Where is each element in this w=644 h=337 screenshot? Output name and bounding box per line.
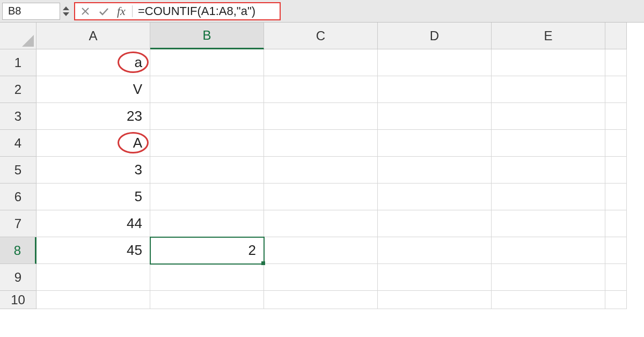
cell-E1[interactable]: [492, 49, 605, 76]
cell-C5[interactable]: [264, 157, 378, 184]
cell-B5[interactable]: [150, 157, 264, 184]
cell-A7-value: 44: [127, 215, 142, 232]
name-box-value: B8: [8, 5, 21, 17]
spreadsheet-grid[interactable]: A B C D E 1 a 2 V 3 23 4 A 5 3 6 5 7 44: [0, 23, 644, 318]
cell-F9[interactable]: [605, 264, 627, 291]
cell-F4[interactable]: [605, 130, 627, 157]
cell-D1[interactable]: [378, 49, 492, 76]
cell-A7[interactable]: 44: [36, 210, 150, 237]
row-header-4[interactable]: 4: [0, 130, 36, 157]
cell-B10[interactable]: [150, 291, 264, 309]
cell-E5[interactable]: [492, 157, 605, 184]
cell-E4[interactable]: [492, 130, 605, 157]
cell-D8[interactable]: [378, 237, 492, 264]
fill-handle[interactable]: [261, 261, 265, 265]
row-header-5[interactable]: 5: [0, 157, 36, 184]
cell-C3[interactable]: [264, 103, 378, 130]
name-box-spinner[interactable]: [62, 6, 72, 17]
cell-B8[interactable]: 2: [150, 237, 264, 264]
cell-E10[interactable]: [492, 291, 605, 309]
row-header-7[interactable]: 7: [0, 210, 36, 237]
cell-C1[interactable]: [264, 49, 378, 76]
chevron-down-icon[interactable]: [62, 12, 70, 17]
cell-E8[interactable]: [492, 237, 605, 264]
cell-D2[interactable]: [378, 76, 492, 103]
cancel-button[interactable]: [78, 6, 92, 16]
formula-input[interactable]: =COUNTIF(A1:A8,"a"): [137, 4, 276, 18]
cell-B3[interactable]: [150, 103, 264, 130]
cell-F10[interactable]: [605, 291, 627, 309]
cell-F1[interactable]: [605, 49, 627, 76]
col-header-tail[interactable]: [605, 23, 627, 49]
cell-A1-value: a: [135, 54, 142, 71]
cell-D5[interactable]: [378, 157, 492, 184]
cell-D3[interactable]: [378, 103, 492, 130]
cell-A5[interactable]: 3: [36, 157, 150, 184]
row-header-8[interactable]: 8: [0, 237, 36, 264]
select-all-corner[interactable]: [0, 23, 36, 49]
row-header-1[interactable]: 1: [0, 49, 36, 76]
col-header-E[interactable]: E: [492, 23, 605, 49]
fx-label[interactable]: fx: [115, 4, 128, 18]
row-header-9[interactable]: 9: [0, 264, 36, 291]
cell-F3[interactable]: [605, 103, 627, 130]
col-header-D[interactable]: D: [378, 23, 492, 49]
cell-C10[interactable]: [264, 291, 378, 309]
cell-D10[interactable]: [378, 291, 492, 309]
chevron-up-icon[interactable]: [62, 6, 70, 11]
cell-A10[interactable]: [36, 291, 150, 309]
cell-A2-value: V: [133, 81, 142, 98]
cell-C7[interactable]: [264, 210, 378, 237]
check-icon: [98, 6, 109, 16]
row-header-6[interactable]: 6: [0, 184, 36, 210]
row-header-10[interactable]: 10: [0, 291, 36, 309]
row-header-3[interactable]: 3: [0, 103, 36, 130]
cell-E9[interactable]: [492, 264, 605, 291]
cell-E2[interactable]: [492, 76, 605, 103]
divider: [132, 5, 133, 17]
name-box[interactable]: B8: [2, 3, 60, 20]
cell-D4[interactable]: [378, 130, 492, 157]
cell-A3[interactable]: 23: [36, 103, 150, 130]
formula-bar: B8 fx =COUNTIF(A1:A8,"a"): [0, 0, 644, 23]
cell-D9[interactable]: [378, 264, 492, 291]
cell-A8[interactable]: 45: [36, 237, 150, 264]
col-header-C[interactable]: C: [264, 23, 378, 49]
cell-A5-value: 3: [135, 162, 142, 178]
cell-F8[interactable]: [605, 237, 627, 264]
cell-A6-value: 5: [135, 188, 142, 205]
cell-C4[interactable]: [264, 130, 378, 157]
cell-D6[interactable]: [378, 184, 492, 210]
cell-B6[interactable]: [150, 184, 264, 210]
cell-F2[interactable]: [605, 76, 627, 103]
cell-A9[interactable]: [36, 264, 150, 291]
cell-C6[interactable]: [264, 184, 378, 210]
cell-A6[interactable]: 5: [36, 184, 150, 210]
cell-A8-value: 45: [127, 242, 142, 259]
cell-E7[interactable]: [492, 210, 605, 237]
cell-F7[interactable]: [605, 210, 627, 237]
cell-A4[interactable]: A: [36, 130, 150, 157]
cell-C8[interactable]: [264, 237, 378, 264]
svg-marker-4: [22, 35, 34, 47]
formula-bar-highlight: fx =COUNTIF(A1:A8,"a"): [74, 2, 281, 20]
cell-D7[interactable]: [378, 210, 492, 237]
cell-B4[interactable]: [150, 130, 264, 157]
enter-button[interactable]: [97, 6, 111, 16]
cell-B2[interactable]: [150, 76, 264, 103]
cell-B7[interactable]: [150, 210, 264, 237]
cell-E3[interactable]: [492, 103, 605, 130]
cell-B1[interactable]: [150, 49, 264, 76]
cell-E6[interactable]: [492, 184, 605, 210]
cell-C9[interactable]: [264, 264, 378, 291]
cell-A1[interactable]: a: [36, 49, 150, 76]
cell-C2[interactable]: [264, 76, 378, 103]
cell-F5[interactable]: [605, 157, 627, 184]
cell-A2[interactable]: V: [36, 76, 150, 103]
col-header-B[interactable]: B: [150, 23, 264, 49]
cell-F6[interactable]: [605, 184, 627, 210]
col-header-A[interactable]: A: [36, 23, 150, 49]
row-header-2[interactable]: 2: [0, 76, 36, 103]
cell-B9[interactable]: [150, 264, 264, 291]
cell-A3-value: 23: [127, 108, 142, 124]
